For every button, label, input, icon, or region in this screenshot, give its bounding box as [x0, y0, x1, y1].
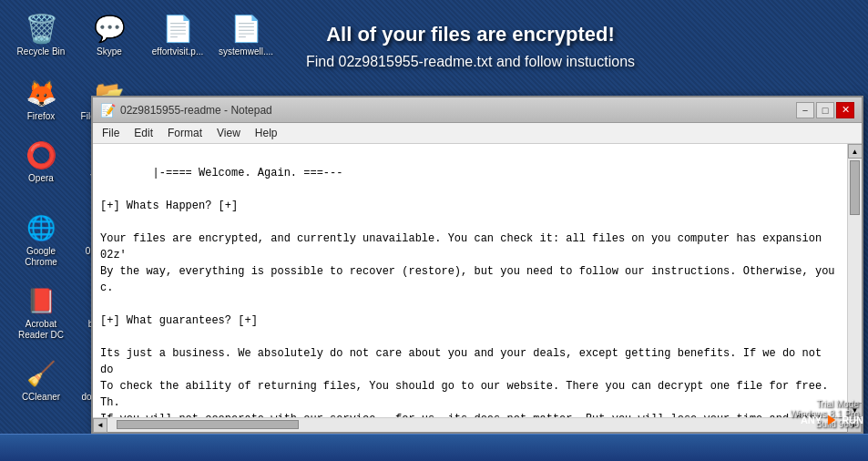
firefox-label: Firefox: [27, 111, 56, 122]
notepad-content: |-==== Welcome. Again. ===--- [+] Whats …: [100, 167, 842, 417]
notepad-titlebar: 📝 02z9815955-readme - Notepad − □ ✕: [93, 97, 862, 123]
hscroll-left-arrow[interactable]: ◄: [93, 418, 107, 433]
menu-view[interactable]: View: [211, 125, 246, 141]
notepad-menubar: File Edit Format View Help: [93, 123, 862, 144]
ccleaner-icon: 🧹: [25, 357, 57, 390]
taskbar: [0, 434, 868, 461]
titlebar-left: 📝 02z9815955-readme - Notepad: [100, 103, 272, 118]
notepad-text[interactable]: |-==== Welcome. Again. ===--- [+] Whats …: [93, 144, 847, 417]
ransom-subtitle: Find 02z9815955-readme.txt and follow in…: [91, 54, 850, 70]
menu-format[interactable]: Format: [162, 125, 208, 141]
notepad-hscrollbar[interactable]: ◄ ►: [93, 417, 862, 432]
anyrun-run-text: RUN: [842, 415, 863, 425]
menu-help[interactable]: Help: [250, 125, 283, 141]
maximize-button[interactable]: □: [816, 102, 834, 118]
recycle-bin-icon: 🗑️: [25, 12, 57, 45]
notepad-window: 📝 02z9815955-readme - Notepad − □ ✕ File…: [91, 96, 863, 434]
minimize-button[interactable]: −: [796, 102, 814, 118]
desktop-icon-ccleaner[interactable]: 🧹 CCleaner: [9, 354, 73, 405]
opera-label: Opera: [28, 173, 54, 184]
notepad-vscrollbar[interactable]: ▲ ▼: [847, 144, 862, 417]
desktop: 🗑️ Recycle Bin 💬 Skype 📄 effortvisit.p..…: [0, 0, 868, 461]
scroll-up-arrow[interactable]: ▲: [848, 144, 863, 159]
hscroll-track[interactable]: [107, 418, 847, 432]
ransom-overlay: All of your files are encrypted! Find 02…: [73, 9, 868, 79]
desktop-icon-chrome[interactable]: 🌐 Google Chrome: [9, 209, 73, 271]
scroll-track[interactable]: [848, 159, 862, 403]
menu-file[interactable]: File: [97, 125, 125, 141]
anyrun-logo: ANY RUN: [801, 414, 863, 426]
desktop-icon-opera[interactable]: ⭕ Opera: [9, 136, 73, 198]
watermark-line1: Trial Mode: [790, 399, 859, 409]
acrobat-label: Acrobat Reader DC: [12, 319, 70, 341]
close-button[interactable]: ✕: [836, 102, 854, 118]
notepad-app-icon: 📝: [100, 103, 115, 118]
firefox-icon: 🦊: [25, 77, 57, 109]
ransom-title: All of your files are encrypted!: [91, 23, 850, 46]
recycle-bin-label: Recycle Bin: [17, 46, 66, 57]
desktop-icon-recycle-bin[interactable]: 🗑️ Recycle Bin: [9, 9, 73, 60]
chrome-label: Google Chrome: [12, 246, 70, 268]
chrome-icon: 🌐: [25, 211, 57, 244]
anyrun-text: ANY: [801, 415, 822, 425]
menu-edit[interactable]: Edit: [128, 125, 158, 141]
desktop-icon-acrobat[interactable]: 📕 Acrobat Reader DC: [9, 282, 73, 343]
scroll-thumb[interactable]: [850, 160, 860, 215]
acrobat-icon: 📕: [25, 284, 57, 317]
desktop-icon-firefox[interactable]: 🦊 Firefox: [9, 74, 73, 125]
notepad-content-area: |-==== Welcome. Again. ===--- [+] Whats …: [93, 144, 862, 417]
anyrun-play-icon: [825, 414, 838, 426]
desktop-icons-left: 🗑️ Recycle Bin 💬 Skype 📄 effortvisit.p..…: [0, 0, 77, 412]
hscroll-thumb[interactable]: [117, 420, 299, 429]
opera-icon: ⭕: [25, 138, 57, 171]
titlebar-controls: − □ ✕: [796, 102, 854, 118]
ccleaner-label: CCleaner: [22, 392, 60, 403]
notepad-title: 02z9815955-readme - Notepad: [120, 104, 272, 117]
